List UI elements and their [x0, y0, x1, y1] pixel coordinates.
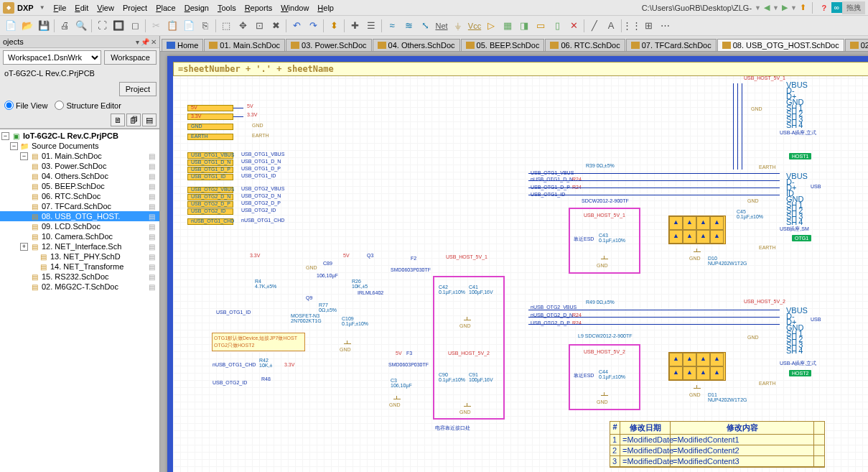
sheetent-icon[interactable]: ◨ [516, 18, 532, 34]
harn-icon[interactable]: ▯ [549, 18, 565, 34]
file-path: C:\Users\GuoRB\Desktop\ZLG- ▼ ◀▼ ▶▼ ⬆ [642, 3, 809, 12]
netlabel-icon[interactable]: Net [434, 18, 449, 34]
sheet-icon[interactable]: ▦ [500, 18, 515, 34]
tree-source[interactable]: −📁Source Documents [0, 141, 159, 151]
menu-window[interactable]: Window [276, 2, 313, 14]
clear-icon[interactable]: ✖ [268, 18, 284, 34]
schematic-canvas[interactable]: =sheetNumber + '.' + sheetName 5V 5V 3.3… [167, 56, 868, 472]
help-icon[interactable]: ? [817, 1, 831, 14]
project-button[interactable]: Project [119, 82, 157, 96]
zoom-select-icon[interactable]: ◻ [127, 18, 143, 34]
menu-tools[interactable]: Tools [213, 2, 241, 14]
collapse-icon[interactable]: ▤ [142, 114, 157, 126]
tab-doc[interactable]: 07. TFCard.SchDoc [626, 39, 717, 51]
new-icon[interactable]: 📄 [3, 18, 19, 34]
save-icon[interactable]: 💾 [36, 18, 52, 34]
vcc-icon[interactable]: Vcc [467, 18, 482, 34]
cross-probe-icon[interactable]: ✚ [347, 18, 363, 34]
path-dropdown-icon[interactable]: ▼ [755, 4, 761, 11]
menu-place[interactable]: Place [151, 2, 180, 14]
nav-fwd-icon[interactable]: ▶ [782, 3, 788, 12]
menu-project[interactable]: Project [118, 2, 151, 14]
refresh-icon[interactable]: 🗎 [111, 114, 125, 126]
diode-pack-d11 [668, 352, 726, 381]
copy-icon[interactable]: 📋 [164, 18, 180, 34]
undo-icon[interactable]: ↶ [289, 18, 304, 34]
open-icon[interactable]: 📂 [19, 18, 35, 34]
tree-project[interactable]: −▣IoT-6G2C-L Rev.C.PrjPCB [0, 131, 159, 141]
zoom-fit-icon[interactable]: ⛶ [94, 18, 110, 34]
nav-up-icon[interactable]: ⬆ [800, 3, 806, 12]
select-icon[interactable]: ⬚ [218, 18, 234, 34]
cloud-icon[interactable]: ∞ [831, 2, 842, 13]
print-icon[interactable]: 🖨 [57, 18, 73, 34]
tree-item[interactable]: ▤08. USB_OTG_HOST.▤ [0, 211, 159, 221]
grid-icon[interactable]: ⊞ [640, 18, 656, 34]
text-icon[interactable]: A [603, 18, 619, 34]
zoom-area-icon[interactable]: 🔲 [111, 18, 126, 34]
array-icon[interactable]: ⋮⋮ [624, 18, 640, 34]
app-icon: ◆ [3, 2, 14, 14]
expand-icon[interactable]: 🗐 [126, 114, 141, 126]
tag-host2: HOST2 [789, 370, 811, 376]
options-icon[interactable]: ▾ [136, 38, 139, 46]
tree-item[interactable]: ▤03. Power.SchDoc▤ [0, 161, 159, 171]
line-icon[interactable]: ╱ [587, 18, 602, 34]
bus-icon[interactable]: ≋ [401, 18, 416, 34]
hierarchy-icon[interactable]: ⬍ [326, 18, 342, 34]
preview-icon[interactable]: 🔍 [73, 18, 89, 34]
tab-doc[interactable]: 05. BEEP.SchDoc [461, 39, 545, 51]
tree-item[interactable]: +▤12. NET_Interface.Sch▤ [0, 241, 159, 251]
menu-design[interactable]: Design [180, 2, 213, 14]
menu-edit[interactable]: Edit [70, 2, 93, 14]
tab-doc[interactable]: 01. Main.SchDoc [204, 39, 285, 51]
tab-doc[interactable]: 03. Power.SchDoc [286, 39, 372, 51]
radio-structure[interactable]: Structure Editor [55, 101, 121, 110]
tree-item[interactable]: ▤13. NET_PHY.SchD▤ [0, 251, 159, 262]
paste-icon[interactable]: 📄 [181, 18, 197, 34]
tree-item[interactable]: ▤05. BEEP.SchDoc▤ [0, 181, 159, 191]
tab-doc[interactable]: 04. Others.SchDoc [373, 39, 460, 51]
nav-back-icon[interactable]: ◀ [764, 3, 770, 12]
tree-item[interactable]: ▤10. Camera.SchDoc▤ [0, 231, 159, 241]
tree-item[interactable]: ▤06. RTC.SchDoc▤ [0, 191, 159, 201]
drag-label[interactable]: 拖拽 [842, 1, 865, 14]
menu-file[interactable]: File [50, 2, 71, 14]
radio-file-view[interactable]: File View [4, 101, 47, 110]
tree-item[interactable]: −▤01. Main.SchDoc▤ [0, 151, 159, 161]
menu-help[interactable]: Help [313, 2, 338, 14]
tree-item[interactable]: ▤09. LCD.SchDoc▤ [0, 221, 159, 231]
deselect-icon[interactable]: ⊡ [251, 18, 267, 34]
move-icon[interactable]: ✥ [235, 18, 251, 34]
tree-item[interactable]: ▤07. TFCard.SchDoc▤ [0, 201, 159, 211]
browse-icon[interactable]: ☰ [363, 18, 379, 34]
redo-icon[interactable]: ↷ [305, 18, 321, 34]
more-icon[interactable]: ⋯ [657, 18, 673, 34]
app-dropdown-icon[interactable]: ▼ [39, 4, 45, 11]
project-tree[interactable]: −▣IoT-6G2C-L Rev.C.PrjPCB−📁Source Docume… [0, 129, 159, 472]
workspace-button[interactable]: Workspace [104, 50, 157, 65]
tab-doc[interactable]: 02 [845, 39, 868, 51]
workspace-select[interactable]: Workspace1.DsnWrk [3, 50, 101, 65]
tree-item[interactable]: ▤02. M6G2C-T.SchDoc▤ [0, 282, 159, 292]
wire-icon[interactable]: ≈ [384, 18, 400, 34]
close-panel-icon[interactable]: ✕ [151, 38, 157, 46]
busent-icon[interactable]: ⤡ [417, 18, 433, 34]
tree-item[interactable]: ▤14. NET_Transforme▤ [0, 262, 159, 272]
tab-doc[interactable]: 06. RTC.SchDoc [545, 39, 625, 51]
gnd-icon[interactable]: ⏚ [450, 18, 466, 34]
tree-item[interactable]: ▤15. RS232.SchDoc▤ [0, 272, 159, 282]
menu-reports[interactable]: Reports [241, 2, 277, 14]
part-icon[interactable]: ▷ [483, 18, 499, 34]
port-icon[interactable]: ▭ [533, 18, 549, 34]
menu-bar: ◆ DXP ▼ File Edit View Project Place Des… [0, 0, 868, 16]
dup-icon[interactable]: ⎘ [197, 18, 213, 34]
noerc-icon[interactable]: ✕ [566, 18, 582, 34]
pin-icon[interactable]: 📌 [141, 38, 149, 46]
canvas-wrap[interactable]: =sheetNumber + '.' + sheetName 5V 5V 3.3… [160, 52, 868, 472]
cut-icon[interactable]: ✂ [148, 18, 164, 34]
tab-doc[interactable]: 08. USB_OTG_HOST.SchDoc [717, 39, 844, 51]
tree-item[interactable]: ▤04. Others.SchDoc▤ [0, 171, 159, 181]
tab-home[interactable]: Home [162, 39, 203, 51]
menu-view[interactable]: View [93, 2, 118, 14]
